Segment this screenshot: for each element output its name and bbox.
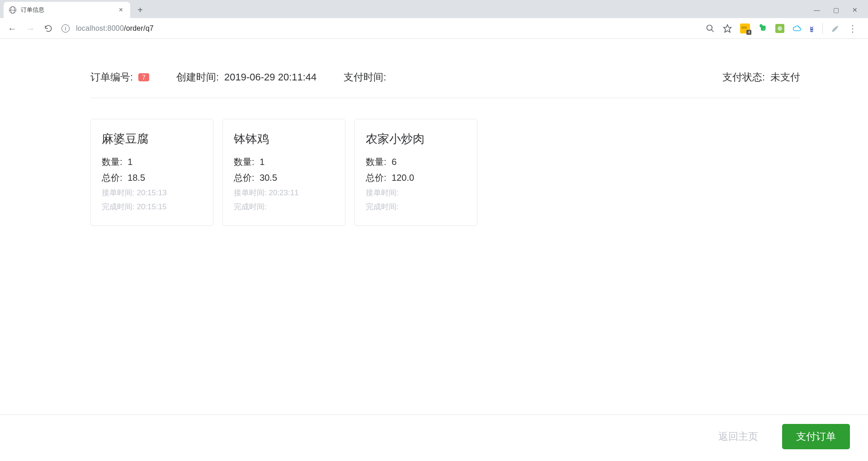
- chevrons-icon[interactable]: »»: [808, 26, 816, 31]
- total-label: 总价:: [234, 173, 255, 183]
- total-value: 120.0: [392, 173, 414, 183]
- new-tab-button[interactable]: +: [134, 4, 146, 16]
- accept-time-label: 接单时间:: [366, 188, 399, 197]
- back-button[interactable]: ←: [7, 24, 17, 33]
- accept-time-label: 接单时间:: [234, 188, 267, 197]
- item-name: 农家小炒肉: [366, 131, 463, 147]
- tab-title: 订单信息: [21, 6, 113, 14]
- back-home-button[interactable]: 返回主页: [704, 424, 772, 449]
- window-controls: — ▢ ✕: [813, 6, 868, 14]
- pay-order-button[interactable]: 支付订单: [782, 424, 850, 449]
- total-value: 30.5: [259, 173, 277, 183]
- toolbar-right-icons: 4 »» ⋮: [706, 23, 861, 34]
- star-icon[interactable]: [723, 24, 732, 33]
- svg-marker-2: [724, 25, 731, 33]
- svg-line-1: [712, 30, 714, 32]
- quantity-value: 6: [392, 157, 396, 167]
- total-label: 总价:: [366, 173, 387, 183]
- item-quantity-row: 数量: 1: [234, 156, 331, 168]
- complete-time-row: 完成时间: 20:15:15: [102, 202, 199, 212]
- quantity-label: 数量:: [234, 157, 255, 167]
- url-path: /order/q7: [124, 24, 154, 32]
- order-item-card: 麻婆豆腐 数量: 1 总价: 18.5 接单时间: 20:15:13 完成时间:…: [90, 119, 213, 226]
- item-name: 钵钵鸡: [234, 131, 331, 147]
- footer-actions: 返回主页 支付订单: [0, 414, 868, 461]
- brush-icon[interactable]: [831, 24, 840, 33]
- quantity-label: 数量:: [366, 157, 387, 167]
- accept-time-label: 接单时间:: [102, 188, 135, 197]
- browser-toolbar: ← → i localhost:8000/order/q7 4: [0, 18, 868, 39]
- accept-time-row: 接单时间: 20:23:11: [234, 188, 331, 198]
- close-window-button[interactable]: ✕: [851, 6, 859, 14]
- tab-bar: 订单信息 × + — ▢ ✕: [0, 0, 868, 18]
- item-quantity-row: 数量: 6: [366, 156, 463, 168]
- browser-menu-button[interactable]: ⋮: [848, 23, 857, 34]
- total-label: 总价:: [102, 173, 123, 183]
- complete-time-value: 20:15:15: [137, 202, 166, 211]
- order-number-label: 订单编号:: [90, 71, 133, 84]
- minimize-button[interactable]: —: [813, 6, 821, 14]
- address-bar[interactable]: i localhost:8000/order/q7: [61, 21, 698, 36]
- toolbar-divider: [822, 23, 823, 34]
- accept-time-row: 接单时间: 20:15:13: [102, 188, 199, 198]
- quantity-value: 1: [259, 157, 264, 167]
- maximize-button[interactable]: ▢: [832, 6, 840, 14]
- forward-button[interactable]: →: [25, 24, 35, 33]
- pay-status-value: 未支付: [770, 71, 800, 84]
- order-header: 订单编号: 7 创建时间: 2019-06-29 20:11:44 支付时间: …: [90, 71, 800, 98]
- order-number-badge: 7: [138, 73, 149, 81]
- paid-time-block: 支付时间:: [344, 71, 392, 84]
- order-item-card: 农家小炒肉 数量: 6 总价: 120.0 接单时间: 完成时间:: [354, 119, 477, 226]
- reload-button[interactable]: [43, 24, 53, 33]
- quantity-label: 数量:: [102, 157, 123, 167]
- order-number-block: 订单编号: 7: [90, 71, 149, 84]
- paid-time-label: 支付时间:: [344, 71, 386, 84]
- item-total-row: 总价: 18.5: [102, 172, 199, 184]
- browser-tab-active[interactable]: 订单信息 ×: [4, 2, 130, 18]
- created-time-value: 2019-06-29 20:11:44: [224, 71, 316, 83]
- url-text: localhost:8000/order/q7: [76, 24, 154, 33]
- complete-time-label: 完成时间:: [366, 202, 399, 211]
- pay-status-label: 支付状态:: [722, 71, 765, 84]
- total-value: 18.5: [127, 173, 145, 183]
- item-quantity-row: 数量: 1: [102, 156, 199, 168]
- site-info-icon[interactable]: i: [61, 24, 70, 33]
- evernote-icon[interactable]: [758, 23, 767, 34]
- complete-time-row: 完成时间:: [366, 202, 463, 212]
- zoom-icon[interactable]: [706, 24, 715, 33]
- item-total-row: 总价: 30.5: [234, 172, 331, 184]
- browser-chrome: 订单信息 × + — ▢ ✕ ← → i localhost:8000/orde…: [0, 0, 868, 39]
- pay-status-block: 支付状态: 未支付: [722, 71, 800, 84]
- close-tab-button[interactable]: ×: [117, 6, 125, 14]
- accept-time-row: 接单时间:: [366, 188, 463, 198]
- item-total-row: 总价: 120.0: [366, 172, 463, 184]
- complete-time-label: 完成时间:: [102, 202, 135, 211]
- extension-badge: 4: [746, 30, 751, 35]
- extension-yellow-icon[interactable]: 4: [740, 24, 750, 33]
- globe-icon: [9, 6, 16, 14]
- created-time-label: 创建时间:: [176, 71, 219, 84]
- page-content: 订单编号: 7 创建时间: 2019-06-29 20:11:44 支付时间: …: [0, 39, 868, 226]
- item-name: 麻婆豆腐: [102, 131, 199, 147]
- accept-time-value: 20:15:13: [137, 188, 166, 197]
- extension-green-icon[interactable]: [775, 24, 784, 33]
- complete-time-label: 完成时间:: [234, 202, 267, 211]
- order-cards: 麻婆豆腐 数量: 1 总价: 18.5 接单时间: 20:15:13 完成时间:…: [90, 119, 800, 226]
- url-host: localhost: [76, 24, 105, 32]
- url-port: :8000: [105, 24, 124, 32]
- created-time-block: 创建时间: 2019-06-29 20:11:44: [176, 71, 316, 84]
- cloud-icon[interactable]: [793, 24, 802, 33]
- complete-time-row: 完成时间:: [234, 202, 331, 212]
- order-item-card: 钵钵鸡 数量: 1 总价: 30.5 接单时间: 20:23:11 完成时间:: [222, 119, 345, 226]
- quantity-value: 1: [127, 157, 132, 167]
- accept-time-value: 20:23:11: [269, 188, 298, 197]
- svg-point-0: [707, 25, 712, 31]
